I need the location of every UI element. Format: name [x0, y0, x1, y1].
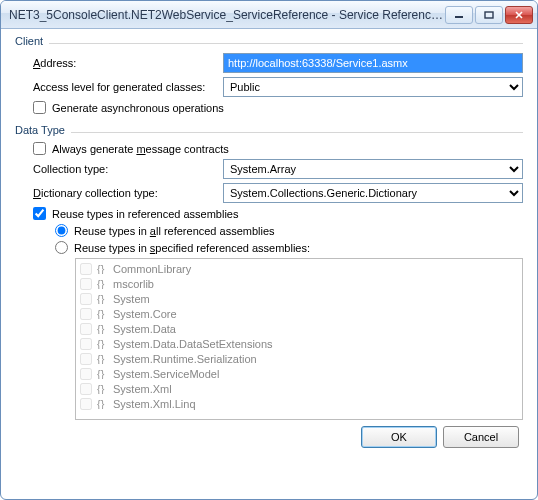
assembly-name: System.Data	[113, 323, 176, 335]
access-level-select[interactable]: Public	[223, 77, 523, 97]
cancel-button[interactable]: Cancel	[443, 426, 519, 448]
namespace-icon: {}	[96, 279, 110, 289]
assembly-checkbox	[80, 353, 92, 365]
maximize-button[interactable]	[475, 6, 503, 24]
svg-text:{}: {}	[97, 369, 105, 379]
assembly-item: {}System.ServiceModel	[80, 366, 518, 381]
reuse-all-radio[interactable]	[55, 224, 68, 237]
namespace-icon: {}	[96, 309, 110, 319]
namespace-icon: {}	[96, 354, 110, 364]
svg-text:{}: {}	[97, 294, 105, 304]
address-label: Address:	[33, 57, 223, 69]
assembly-checkbox	[80, 398, 92, 410]
assembly-checkbox	[80, 338, 92, 350]
namespace-icon: {}	[96, 264, 110, 274]
address-input[interactable]	[223, 53, 523, 73]
reuse-all-label: Reuse types in all referenced assemblies	[74, 225, 275, 237]
assembly-checkbox	[80, 368, 92, 380]
assembly-item: {}System.Xml	[80, 381, 518, 396]
namespace-icon: {}	[96, 339, 110, 349]
svg-text:{}: {}	[97, 309, 105, 319]
svg-text:{}: {}	[97, 384, 105, 394]
group-client: Client	[15, 35, 523, 49]
minimize-button[interactable]	[445, 6, 473, 24]
always-generate-checkbox[interactable]	[33, 142, 46, 155]
assembly-checkbox	[80, 308, 92, 320]
svg-rect-1	[485, 12, 493, 18]
assembly-checkbox	[80, 278, 92, 290]
reuse-specified-label: Reuse types in specified referenced asse…	[74, 242, 310, 254]
assembly-item: {}mscorlib	[80, 276, 518, 291]
svg-text:{}: {}	[97, 354, 105, 364]
collection-type-label: Collection type:	[33, 163, 223, 175]
dictionary-type-select[interactable]: System.Collections.Generic.Dictionary	[223, 183, 523, 203]
assembly-name: System.Runtime.Serialization	[113, 353, 257, 365]
assembly-name: System.Core	[113, 308, 177, 320]
assembly-item: {}CommonLibrary	[80, 261, 518, 276]
assembly-name: mscorlib	[113, 278, 154, 290]
svg-text:{}: {}	[97, 399, 105, 409]
assembly-name: System.Xml	[113, 383, 172, 395]
svg-text:{}: {}	[97, 264, 105, 274]
assembly-item: {}System.Xml.Linq	[80, 396, 518, 411]
svg-text:{}: {}	[97, 279, 105, 289]
assemblies-listbox: {}CommonLibrary{}mscorlib{}System{}Syste…	[75, 258, 523, 420]
namespace-icon: {}	[96, 399, 110, 409]
access-level-label: Access level for generated classes:	[33, 81, 223, 93]
assembly-name: System.ServiceModel	[113, 368, 219, 380]
reuse-types-label: Reuse types in referenced assemblies	[52, 208, 238, 220]
assembly-checkbox	[80, 383, 92, 395]
assembly-checkbox	[80, 263, 92, 275]
async-label: Generate asynchronous operations	[52, 102, 224, 114]
close-button[interactable]	[505, 6, 533, 24]
namespace-icon: {}	[96, 324, 110, 334]
reuse-types-checkbox[interactable]	[33, 207, 46, 220]
assembly-item: {}System.Runtime.Serialization	[80, 351, 518, 366]
window-title: NET3_5ConsoleClient.NET2WebService_Servi…	[9, 8, 443, 22]
ok-button[interactable]: OK	[361, 426, 437, 448]
always-generate-label: Always generate message contracts	[52, 143, 229, 155]
svg-text:{}: {}	[97, 339, 105, 349]
namespace-icon: {}	[96, 369, 110, 379]
assembly-name: System	[113, 293, 150, 305]
svg-text:{}: {}	[97, 324, 105, 334]
assembly-name: System.Xml.Linq	[113, 398, 196, 410]
reuse-specified-radio[interactable]	[55, 241, 68, 254]
assembly-name: CommonLibrary	[113, 263, 191, 275]
assembly-item: {}System	[80, 291, 518, 306]
dictionary-type-label: Dictionary collection type:	[33, 187, 223, 199]
assembly-name: System.Data.DataSetExtensions	[113, 338, 273, 350]
assembly-item: {}System.Core	[80, 306, 518, 321]
assembly-item: {}System.Data.DataSetExtensions	[80, 336, 518, 351]
collection-type-select[interactable]: System.Array	[223, 159, 523, 179]
namespace-icon: {}	[96, 384, 110, 394]
assembly-checkbox	[80, 293, 92, 305]
async-checkbox[interactable]	[33, 101, 46, 114]
assembly-item: {}System.Data	[80, 321, 518, 336]
assembly-checkbox	[80, 323, 92, 335]
titlebar: NET3_5ConsoleClient.NET2WebService_Servi…	[1, 1, 537, 29]
group-datatype: Data Type	[15, 124, 523, 138]
namespace-icon: {}	[96, 294, 110, 304]
